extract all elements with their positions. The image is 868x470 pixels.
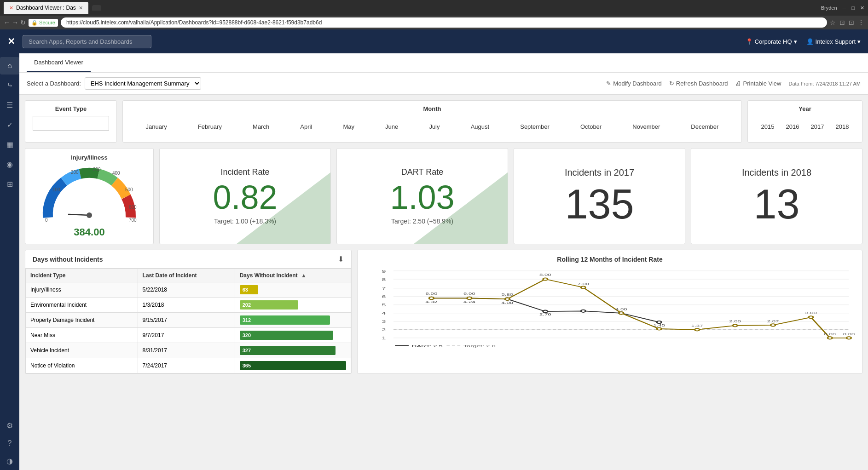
table-row: Property Damage Incident 9/15/2017 312 (26, 313, 351, 328)
month-nov[interactable]: November (630, 121, 663, 132)
maximize-btn[interactable]: □ (851, 5, 855, 11)
svg-point-41 (543, 278, 548, 280)
month-may[interactable]: May (340, 121, 357, 132)
forward-btn[interactable]: → (12, 19, 18, 26)
dart-rate-bg-chart (414, 172, 508, 244)
ext-icon1[interactable]: ⊡ (839, 19, 845, 26)
dashboard-selector[interactable]: EHS Incident Management Summary (85, 77, 201, 90)
year-2015[interactable]: 2015 (758, 121, 778, 132)
svg-text:4: 4 (382, 311, 386, 315)
year-2017[interactable]: 2017 (807, 121, 828, 132)
svg-point-48 (809, 316, 813, 318)
modify-icon: ✎ (606, 80, 611, 87)
svg-text:1.37: 1.37 (691, 324, 703, 328)
event-type-card: Event Type (25, 100, 117, 143)
download-icon[interactable]: ⬇ (338, 255, 344, 264)
svg-text:7.00: 7.00 (577, 282, 589, 286)
refresh-btn[interactable]: ↻ (20, 19, 26, 26)
sidebar-help[interactable]: ? (2, 435, 17, 452)
bar-value: 202 (240, 300, 298, 310)
header-search-input[interactable] (23, 35, 151, 48)
svg-text:400: 400 (112, 171, 120, 176)
event-type-input[interactable] (33, 116, 109, 131)
location-selector[interactable]: 📍 Corporate HQ ▾ (746, 38, 797, 45)
sidebar-item-home[interactable]: ⌂ (0, 57, 19, 75)
year-title: Year (755, 105, 855, 112)
ext-icon3[interactable]: ⋮ (858, 19, 864, 26)
main-layout: ⌂ ⤷ ☰ ✓ ▦ ◉ ⊞ ⚙ ? ◑ Dashboard Viewer Sel… (0, 53, 868, 470)
cell-days: 365 (235, 358, 351, 373)
month-aug[interactable]: August (468, 121, 492, 132)
gauge-title: Injury/Illness (31, 154, 148, 161)
month-dec[interactable]: December (688, 121, 721, 132)
svg-text:1: 1 (382, 336, 386, 340)
refresh-icon: ↻ (669, 80, 674, 87)
svg-point-38 (429, 297, 434, 299)
ext-icon2[interactable]: ⊡ (849, 19, 854, 26)
url-input[interactable] (61, 17, 827, 28)
month-jul[interactable]: July (426, 121, 442, 132)
close-btn[interactable]: ✕ (860, 5, 864, 11)
location-label: Corporate HQ (755, 38, 792, 45)
cell-last-date: 9/15/2017 (138, 313, 235, 328)
cell-days: 327 (235, 343, 351, 358)
sidebar-item-nav2[interactable]: ☰ (0, 96, 19, 114)
minimize-btn[interactable]: ─ (843, 5, 846, 11)
svg-text:4.24: 4.24 (463, 300, 475, 304)
svg-text:2.07: 2.07 (767, 319, 779, 323)
svg-text:8.00: 8.00 (539, 273, 551, 276)
table-title: Days without Incidents (33, 256, 103, 263)
bar-value: 320 (240, 331, 334, 340)
support-button[interactable]: 👤 Intelex Support ▾ (806, 38, 861, 45)
sidebar-user[interactable]: ◑ (2, 452, 17, 470)
svg-point-1 (87, 212, 92, 218)
line-chart-svg: 9 8 7 6 5 4 3 2 1 (363, 267, 856, 350)
print-dashboard-btn[interactable]: 🖨 Printable View (735, 80, 781, 87)
month-oct[interactable]: October (578, 121, 604, 132)
month-jun[interactable]: June (382, 121, 401, 132)
back-btn[interactable]: ← (4, 19, 10, 26)
modify-label: Modify Dashboard (613, 80, 662, 87)
select-label: Select a Dashboard: (27, 80, 81, 87)
month-feb[interactable]: February (195, 121, 225, 132)
tab-close[interactable]: ✕ (79, 5, 83, 11)
gauge-svg: 0 100 200 300 400 500 600 700 (39, 165, 140, 224)
sort-icon: ▲ (301, 272, 307, 279)
svg-point-45 (695, 328, 700, 331)
svg-text:9: 9 (382, 269, 386, 273)
sidebar-settings[interactable]: ⚙ (2, 417, 17, 435)
table-row: Environmental Incident 1/3/2018 202 (26, 298, 351, 313)
sidebar-item-nav4[interactable]: ▦ (0, 136, 19, 154)
sidebar-item-nav1[interactable]: ⤷ (0, 76, 19, 94)
inactive-tab[interactable] (92, 5, 101, 11)
month-jan[interactable]: January (143, 121, 170, 132)
svg-text:4.00: 4.00 (615, 308, 627, 311)
month-list: January February March April May June Ju… (130, 116, 734, 138)
table-row: Vehicle Incident 8/31/2017 327 (26, 343, 351, 358)
sidebar-item-nav6[interactable]: ⊞ (0, 175, 19, 193)
sidebar-item-nav3[interactable]: ✓ (0, 116, 19, 134)
year-2016[interactable]: 2016 (782, 121, 803, 132)
dashboard-viewer-tab[interactable]: Dashboard Viewer (27, 53, 91, 72)
addr-icons: ☆ ⊡ ⊡ ⋮ (830, 19, 864, 26)
month-card: Month January February March April May J… (122, 100, 742, 143)
month-mar[interactable]: March (250, 121, 272, 132)
sidebar-item-nav5[interactable]: ◉ (0, 155, 19, 173)
month-sep[interactable]: September (517, 121, 552, 132)
location-icon: 📍 (746, 38, 753, 45)
refresh-dashboard-btn[interactable]: ↻ Refresh Dashboard (669, 80, 728, 87)
cell-last-date: 5/22/2018 (138, 282, 235, 298)
col-days-without[interactable]: Days Without Incident ▲ (235, 269, 351, 282)
window-controls: Bryden ─ □ ✕ (821, 5, 864, 11)
modify-dashboard-btn[interactable]: ✎ Modify Dashboard (606, 80, 662, 87)
app-logo: ✕ (7, 36, 15, 47)
dashboard-controls: Select a Dashboard: EHS Incident Managem… (19, 73, 868, 95)
bookmark-icon[interactable]: ☆ (830, 19, 836, 26)
sidebar-bottom: ⚙ ? ◑ (2, 417, 17, 470)
cell-last-date: 9/7/2017 (138, 328, 235, 343)
month-apr[interactable]: April (297, 121, 315, 132)
active-tab[interactable]: ✕ Dashboard Viewer : Das ✕ (4, 2, 88, 14)
cell-incident-type: Notice of Violation (26, 358, 138, 373)
year-2018[interactable]: 2018 (832, 121, 853, 132)
data-from-label: Data From: 7/24/2018 11:27 AM (788, 81, 861, 86)
